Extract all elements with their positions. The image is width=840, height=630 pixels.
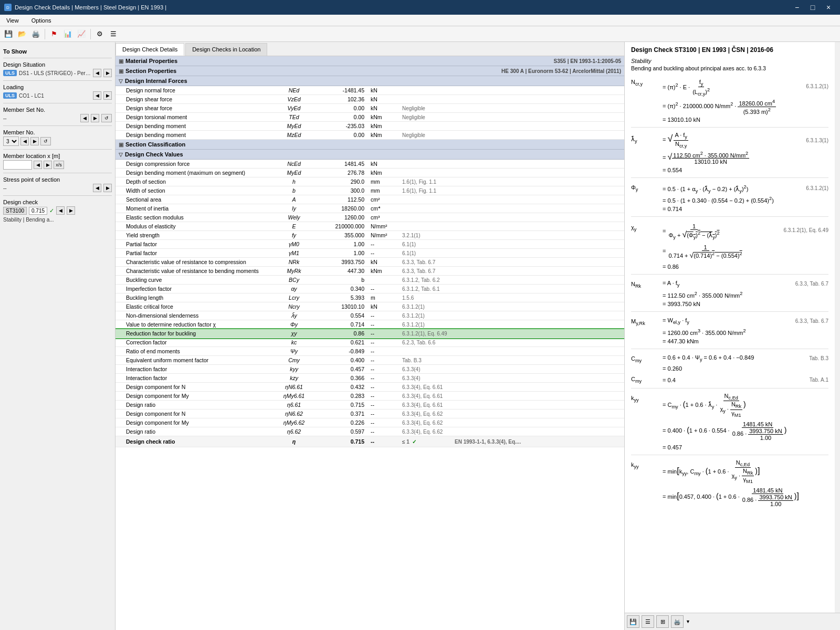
stress-point-value: --	[3, 185, 91, 191]
divider-3	[3, 103, 112, 103]
table-row: Design ratio η6.61 0.715 -- 6.3.3(4), Eq…	[116, 401, 624, 410]
design-situation-prev-btn[interactable]: ◀	[93, 69, 101, 77]
divider-7	[3, 195, 112, 196]
to-show-label: To Show	[3, 48, 112, 55]
bending-label: Bending and buckling about principal axe…	[631, 65, 828, 71]
rp-btn-2[interactable]: ☰	[642, 615, 654, 628]
member-location-next-btn[interactable]: ▶	[44, 161, 52, 169]
stress-point-label: Stress point of section	[3, 176, 112, 183]
divider-2	[3, 80, 112, 81]
rp-btn-1[interactable]: 💾	[627, 615, 639, 628]
minimize-button[interactable]: −	[790, 0, 804, 15]
table-row: Design bending moment MyEd -235.03 kNm	[116, 122, 624, 131]
loading-next-btn[interactable]: ▶	[103, 91, 112, 100]
member-location-label: Member location x [m]	[3, 153, 112, 159]
loading-label: Loading	[3, 84, 112, 90]
member-no-refresh-btn[interactable]: ↺	[40, 137, 51, 145]
member-set-row: -- ◀ ▶ ↺	[3, 114, 112, 122]
member-location-prev-btn[interactable]: ◀	[34, 161, 42, 169]
design-ratio-val: 0.715	[315, 436, 368, 447]
main-container: To Show Design Situation ULS DS1 - ULS (…	[0, 42, 840, 630]
toolbar-save-btn[interactable]: 💾	[2, 28, 15, 40]
design-situation-label: Design Situation	[3, 61, 112, 68]
window-close-button[interactable]: ×	[821, 0, 836, 15]
toolbar-chart-btn[interactable]: 📈	[75, 28, 88, 40]
right-panel-title: Design Check ST3100 | EN 1993 | ČSN | 20…	[631, 46, 828, 54]
classification-expand-icon[interactable]: ▣	[119, 142, 123, 148]
loading-prev-btn[interactable]: ◀	[93, 91, 101, 100]
rp-btn-3[interactable]: ⊞	[656, 615, 669, 628]
internal-forces-table: Design normal force NEd -1481.45 kN Desi…	[116, 86, 624, 140]
divider-6	[3, 173, 112, 173]
check-type-text: Stability | Bending a...	[3, 217, 112, 223]
ratio-check-icon: ✓	[412, 439, 416, 445]
member-no-next-btn[interactable]: ▶	[30, 137, 39, 145]
toolbar-separator-2	[90, 29, 91, 39]
member-set-next-btn[interactable]: ▶	[91, 114, 99, 122]
toolbar-settings-btn[interactable]: ⚙	[93, 28, 106, 40]
tab-design-check-details[interactable]: Design Check Details	[116, 43, 184, 56]
menu-view[interactable]: View	[3, 16, 22, 25]
toolbar-list-btn[interactable]: ☰	[107, 28, 120, 40]
section-classification-label: Section Classification	[125, 141, 185, 148]
rp-dropdown-icon: ▼	[686, 619, 690, 624]
title-bar: D Design Check Details | Members | Steel…	[0, 0, 840, 15]
design-check-next-btn[interactable]: ▶	[67, 206, 75, 215]
member-no-row: 3 ◀ ▶ ↺	[3, 136, 112, 146]
member-set-value: --	[3, 116, 78, 121]
tab-design-checks-location[interactable]: Design Checks in Location	[185, 43, 267, 56]
table-row: Width of section b 300.0 mm 1.6(1), Fig.…	[116, 186, 624, 195]
stress-point-next-btn[interactable]: ▶	[103, 184, 112, 192]
check-values-table: Design compression force NcEd 1481.45 kN…	[116, 160, 624, 436]
toolbar-export-btn[interactable]: 📊	[61, 28, 74, 40]
stress-point-prev-btn[interactable]: ◀	[93, 184, 101, 192]
left-panel: To Show Design Situation ULS DS1 - ULS (…	[0, 42, 116, 630]
table-row: Buckling curve BCy b 6.3.1.2, Tab. 6.2	[116, 276, 624, 285]
design-situation-row: ULS DS1 - ULS (STR/GEO) - Permanent ... …	[3, 69, 112, 77]
table-row: Reduction factor for buckling χy 0.86 --…	[116, 329, 624, 338]
design-ratio-ref: EN 1993-1-1, 6.3.3(4), Eq....	[452, 436, 624, 447]
design-ratio-row: Design check ratio η 0.715 -- ≤ 1 ✓ EN 1…	[116, 436, 624, 447]
toolbar-flag-btn[interactable]: ⚑	[48, 28, 60, 40]
table-row: Sectional area A 112.50 cm²	[116, 195, 624, 204]
right-bottom-toolbar: 💾 ☰ ⊞ 🖨️ ▼	[625, 613, 840, 630]
member-no-select[interactable]: 3	[3, 136, 19, 146]
check-values-expand-icon[interactable]: ▽	[119, 152, 123, 158]
maximize-button[interactable]: □	[805, 0, 820, 15]
table-row: Partial factor γM0 1.00 -- 6.1(1)	[116, 240, 624, 249]
loading-text: CO1 - LC1	[19, 93, 91, 99]
rp-btn-4[interactable]: 🖨️	[671, 615, 684, 628]
menu-options[interactable]: Options	[28, 16, 55, 25]
forces-expand-icon[interactable]: ▽	[119, 78, 123, 84]
member-set-prev-btn[interactable]: ◀	[80, 114, 89, 122]
section-properties-label: Section Properties	[125, 68, 176, 74]
table-row: Interaction factor kzy 0.366 -- 6.3.3(4)	[116, 374, 624, 383]
stress-point-row: -- ◀ ▶	[3, 184, 112, 192]
kyy-formula-section: kyy = Cmy · (1 + 0.6 · λ̄y · Nc,Edχy · N…	[631, 393, 828, 450]
sep-8	[631, 455, 828, 455]
material-expand-icon[interactable]: ▣	[119, 58, 123, 64]
toolbar-print-btn[interactable]: 🖨️	[29, 28, 42, 40]
member-location-refresh-btn[interactable]: x/s	[54, 161, 64, 169]
design-ratio-table: Design check ratio η 0.715 -- ≤ 1 ✓ EN 1…	[116, 436, 624, 447]
toolbar-open-btn[interactable]: 📂	[16, 28, 28, 40]
design-check-label: Design check	[3, 199, 112, 205]
table-row: Characteristic value of resistance to be…	[116, 267, 624, 276]
table-row: Design compression force NcEd 1481.45 kN	[116, 160, 624, 169]
member-set-refresh-btn[interactable]: ↺	[101, 114, 112, 122]
member-no-prev-btn[interactable]: ◀	[20, 137, 29, 145]
center-panel: Design Check Details Design Checks in Lo…	[116, 42, 625, 630]
table-row: Design bending moment (maximum on segmen…	[116, 169, 624, 177]
section-expand-icon[interactable]: ▣	[119, 68, 123, 74]
table-row: Correction factor kc 0.621 -- 6.2.3, Tab…	[116, 338, 624, 347]
member-location-input[interactable]: 0.000	[3, 160, 32, 170]
material-properties-label: Material Properties	[125, 58, 177, 64]
kyy-min-formula-section: kyy = min[kyy, Cmy · (1 + 0.6 · Nc,Edχy …	[631, 459, 828, 508]
table-row: Yield strength fy 355.000 N/mm² 3.2.1(1)	[116, 231, 624, 240]
design-check-prev-btn[interactable]: ◀	[56, 206, 65, 215]
design-situation-next-btn[interactable]: ▶	[103, 69, 112, 77]
sep-2	[631, 177, 828, 178]
table-row: Buckling length Lcry 5.393 m 1.5.6	[116, 293, 624, 302]
table-row: Design component for My ηMy6.62 0.226 --…	[116, 418, 624, 427]
design-ratio-sym: η	[273, 436, 315, 447]
